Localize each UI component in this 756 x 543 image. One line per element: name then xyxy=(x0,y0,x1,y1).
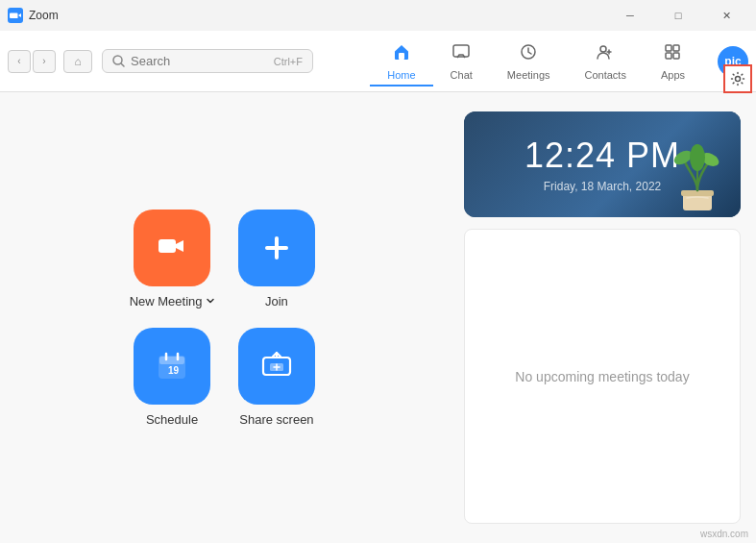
svg-point-11 xyxy=(736,77,741,82)
tab-contacts[interactable]: Contacts xyxy=(568,37,644,86)
chat-tab-label: Chat xyxy=(451,69,473,81)
svg-rect-12 xyxy=(159,239,176,253)
schedule-item[interactable]: 19 Schedule xyxy=(130,328,215,427)
no-meetings-text: No upcoming meetings today xyxy=(515,369,689,384)
tab-meetings[interactable]: Meetings xyxy=(490,37,568,86)
apps-tab-label: Apps xyxy=(661,69,685,81)
meetings-panel: No upcoming meetings today xyxy=(464,229,741,524)
home-tab-icon xyxy=(392,42,411,66)
forward-button[interactable]: › xyxy=(33,50,56,73)
nav-buttons: ‹ › xyxy=(8,50,56,73)
svg-rect-10 xyxy=(673,53,679,59)
maximize-button[interactable]: □ xyxy=(656,0,700,31)
back-button[interactable]: ‹ xyxy=(8,50,31,73)
tab-home[interactable]: Home xyxy=(370,37,432,86)
schedule-button[interactable]: 19 xyxy=(134,328,210,405)
close-button[interactable]: ✕ xyxy=(704,0,748,31)
join-button[interactable] xyxy=(238,210,315,286)
tab-chat[interactable]: Chat xyxy=(433,37,490,86)
svg-rect-8 xyxy=(673,45,679,51)
svg-rect-3 xyxy=(399,53,404,60)
apps-tab-icon xyxy=(663,42,682,66)
clock-time: 12:24 PM xyxy=(524,136,680,176)
search-icon xyxy=(112,55,125,67)
clock-background: 12:24 PM Friday, 18 March, 2022 xyxy=(464,111,741,217)
svg-rect-7 xyxy=(666,45,671,51)
title-bar-left: Zoom xyxy=(8,8,59,23)
action-grid: New Meeting Join xyxy=(130,210,320,427)
toolbar: ‹ › ⌂ Ctrl+F Home xyxy=(0,31,756,92)
join-label: Join xyxy=(265,294,288,309)
chat-tab-icon xyxy=(451,42,471,66)
new-meeting-button[interactable] xyxy=(134,210,210,286)
right-panel: 12:24 PM Friday, 18 March, 2022 xyxy=(449,92,756,543)
svg-rect-16 xyxy=(159,357,184,364)
search-input[interactable] xyxy=(131,54,207,68)
home-nav-button[interactable]: ⌂ xyxy=(63,50,92,73)
svg-point-27 xyxy=(690,144,705,171)
search-shortcut: Ctrl+F xyxy=(274,56,303,67)
home-tab-label: Home xyxy=(387,69,415,81)
calendar-icon: 19 xyxy=(155,349,189,383)
title-bar: Zoom ─ □ ✕ xyxy=(0,0,756,31)
clock-card: 12:24 PM Friday, 18 March, 2022 xyxy=(464,111,741,217)
svg-text:19: 19 xyxy=(168,365,180,376)
watermark: wsxdn.com xyxy=(700,529,748,539)
nav-tabs: Home Chat Meetings xyxy=(370,37,702,86)
app-title: Zoom xyxy=(29,9,59,22)
join-item[interactable]: Join xyxy=(234,210,320,309)
share-screen-button[interactable] xyxy=(238,328,315,405)
contacts-tab-label: Contacts xyxy=(585,69,626,81)
meetings-tab-label: Meetings xyxy=(507,69,550,81)
new-meeting-label: New Meeting xyxy=(130,294,215,309)
plant-decoration xyxy=(664,131,731,217)
svg-point-6 xyxy=(600,46,606,52)
search-bar[interactable]: Ctrl+F xyxy=(102,49,313,73)
tab-apps[interactable]: Apps xyxy=(644,37,702,86)
dropdown-chevron-icon xyxy=(206,296,215,306)
schedule-label: Schedule xyxy=(146,412,198,427)
contacts-tab-icon xyxy=(596,42,615,66)
window-controls: ─ □ ✕ xyxy=(608,0,748,31)
video-camera-icon xyxy=(155,231,189,265)
minimize-button[interactable]: ─ xyxy=(608,0,652,31)
left-panel: New Meeting Join xyxy=(0,92,449,543)
share-screen-item[interactable]: Share screen xyxy=(234,328,320,427)
svg-rect-9 xyxy=(666,53,671,59)
new-meeting-item[interactable]: New Meeting xyxy=(130,210,215,309)
svg-line-2 xyxy=(121,63,124,66)
gear-icon xyxy=(730,71,745,86)
meetings-tab-icon xyxy=(519,42,538,66)
clock-date: Friday, 18 March, 2022 xyxy=(544,180,662,193)
share-screen-label: Share screen xyxy=(239,412,313,427)
share-screen-icon xyxy=(259,349,294,383)
plus-icon xyxy=(259,231,294,265)
zoom-logo-icon xyxy=(8,8,23,23)
main-content: New Meeting Join xyxy=(0,92,756,543)
settings-button[interactable] xyxy=(723,64,752,93)
